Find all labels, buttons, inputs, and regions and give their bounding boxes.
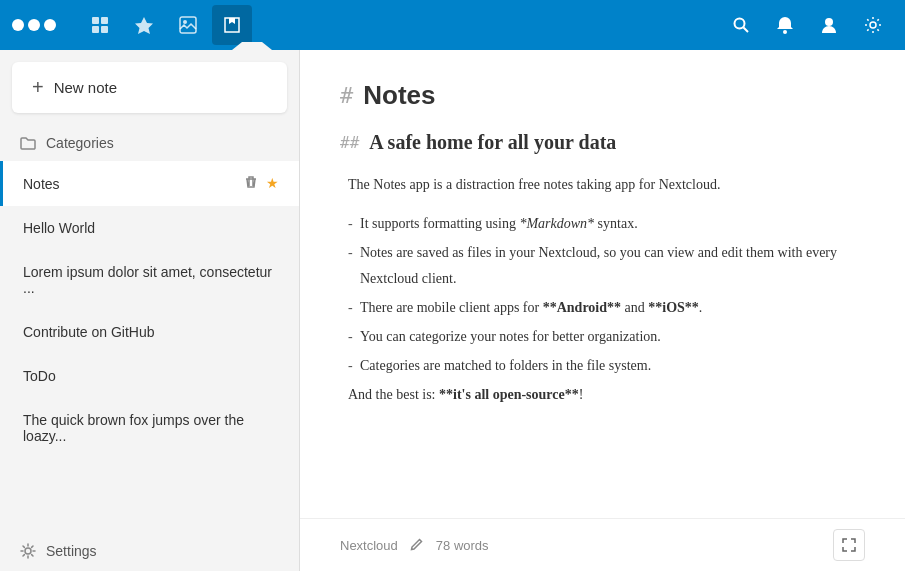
- note-item-label: Lorem ipsum dolor sit amet, consectetur …: [23, 264, 279, 296]
- settings-item[interactable]: Settings: [0, 531, 299, 571]
- folder-icon: [20, 135, 36, 151]
- logo-circle-1: [12, 19, 24, 31]
- footer-bold: **it's all open-source**: [439, 387, 579, 402]
- new-note-button[interactable]: + New note: [12, 62, 287, 113]
- delete-icon[interactable]: [244, 175, 258, 192]
- settings-label: Settings: [46, 543, 97, 559]
- svg-rect-0: [92, 17, 99, 24]
- new-note-label: New note: [54, 79, 117, 96]
- files-icon[interactable]: [80, 5, 120, 45]
- note-item-label: ToDo: [23, 368, 279, 384]
- list-item-2: Notes are saved as files in your Nextclo…: [348, 240, 865, 290]
- svg-marker-4: [135, 17, 153, 34]
- title-line: # Notes: [340, 80, 865, 111]
- plus-icon: +: [32, 76, 44, 99]
- categories-label: Categories: [46, 135, 114, 151]
- svg-point-12: [25, 548, 31, 554]
- fullscreen-button[interactable]: [833, 529, 865, 561]
- note-item-label: Hello World: [23, 220, 279, 236]
- note-item-hello-world[interactable]: Hello World: [0, 206, 299, 250]
- logo-circle-2: [28, 19, 40, 31]
- settings-icon[interactable]: [853, 5, 893, 45]
- note-title[interactable]: Notes: [363, 80, 865, 111]
- contacts-icon[interactable]: [809, 5, 849, 45]
- note-subtitle: A safe home for all your data: [369, 131, 616, 154]
- h1-marker: #: [340, 83, 353, 108]
- logo-circle-3: [44, 19, 56, 31]
- bold-android: **Android**: [543, 300, 621, 315]
- gallery-icon[interactable]: [168, 5, 208, 45]
- editor-footer: Nextcloud 78 words: [300, 518, 905, 571]
- topbar: [0, 0, 905, 50]
- svg-point-10: [825, 18, 833, 26]
- active-tab-indicator: [232, 42, 272, 50]
- activity-icon[interactable]: [124, 5, 164, 45]
- note-item-todo[interactable]: ToDo: [0, 354, 299, 398]
- svg-rect-3: [101, 26, 108, 33]
- note-item-notes[interactable]: Notes ★: [0, 161, 299, 206]
- logo-circles: [12, 19, 56, 31]
- svg-point-7: [735, 19, 745, 29]
- note-item-label: Notes: [23, 176, 244, 192]
- svg-line-8: [744, 28, 749, 33]
- footer-right: [833, 529, 865, 561]
- list-item-3: There are mobile client apps for **Andro…: [348, 295, 865, 320]
- note-item-label: Contribute on GitHub: [23, 324, 279, 340]
- feature-list: It supports formatting using *Markdown* …: [348, 211, 865, 378]
- list-item-4: You can categorize your notes for better…: [348, 324, 865, 349]
- footer-end: !: [579, 387, 584, 402]
- list-item-1: It supports formatting using *Markdown* …: [348, 211, 865, 236]
- svg-rect-1: [101, 17, 108, 24]
- svg-point-6: [183, 20, 187, 24]
- footer-paragraph: And the best is: **it's all open-source*…: [348, 382, 865, 407]
- editor-area[interactable]: # Notes ## A safe home for all your data…: [300, 50, 905, 518]
- topbar-app-icons: [80, 5, 252, 45]
- svg-point-11: [870, 22, 876, 28]
- main-layout: + New note Categories Notes ★ Hello Worl: [0, 50, 905, 571]
- note-item-actions: ★: [244, 175, 279, 192]
- note-item-lorem-ipsum[interactable]: Lorem ipsum dolor sit amet, consectetur …: [0, 250, 299, 310]
- author-name: Nextcloud: [340, 538, 398, 553]
- notes-icon[interactable]: [212, 5, 252, 45]
- list-item-5: Categories are matched to folders in the…: [348, 353, 865, 378]
- note-item-quick-brown[interactable]: The quick brown fox jumps over the loazy…: [0, 398, 299, 458]
- note-item-label: The quick brown fox jumps over the loazy…: [23, 412, 279, 444]
- categories-item[interactable]: Categories: [0, 125, 299, 161]
- edit-icon[interactable]: [410, 537, 424, 554]
- svg-rect-2: [92, 26, 99, 33]
- sidebar: + New note Categories Notes ★ Hello Worl: [0, 50, 300, 571]
- h2-marker: ##: [340, 133, 359, 152]
- content-area: # Notes ## A safe home for all your data…: [300, 50, 905, 571]
- italic-text: *Markdown*: [519, 216, 594, 231]
- topbar-right-icons: [721, 5, 893, 45]
- bold-ios: **iOS**: [648, 300, 699, 315]
- note-item-contribute[interactable]: Contribute on GitHub: [0, 310, 299, 354]
- intro-paragraph: The Notes app is a distraction free note…: [348, 172, 865, 197]
- search-icon[interactable]: [721, 5, 761, 45]
- star-icon[interactable]: ★: [266, 175, 279, 192]
- gear-icon: [20, 543, 36, 559]
- footer-intro: And the best is:: [348, 387, 439, 402]
- word-count: 78 words: [436, 538, 489, 553]
- svg-point-9: [783, 30, 787, 34]
- notifications-icon[interactable]: [765, 5, 805, 45]
- subtitle-line: ## A safe home for all your data: [340, 131, 865, 154]
- app-logo[interactable]: [12, 19, 56, 31]
- note-body: The Notes app is a distraction free note…: [340, 172, 865, 408]
- svg-rect-5: [180, 17, 196, 33]
